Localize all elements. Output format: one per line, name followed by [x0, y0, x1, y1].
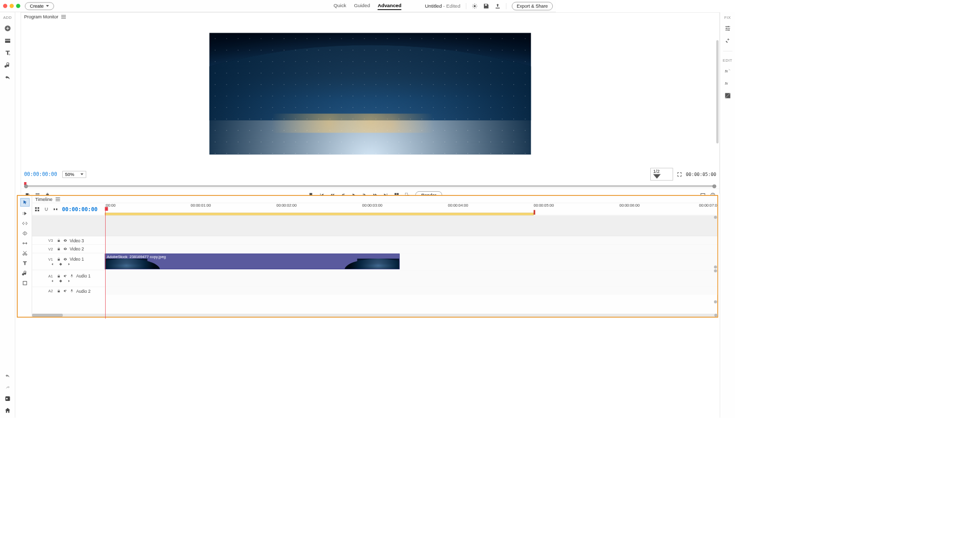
speaker-icon[interactable] [63, 274, 67, 278]
svg-rect-42 [38, 210, 39, 211]
left-sidebar-label: ADD [3, 15, 12, 19]
organizer-icon[interactable] [5, 396, 11, 402]
track-v3[interactable]: V3 Video 3 [32, 236, 718, 245]
global-redo-icon[interactable] [5, 384, 11, 390]
fullscreen-icon[interactable] [677, 171, 682, 177]
window-minimize[interactable] [10, 4, 14, 8]
add-media-icon[interactable] [4, 25, 11, 32]
create-button[interactable]: Create [25, 2, 54, 10]
timeline-timecode[interactable]: 00:00:00:00 [62, 206, 98, 212]
home-icon[interactable] [4, 407, 11, 414]
timeline-menu-icon[interactable] [35, 207, 40, 212]
hand-tool-icon[interactable] [21, 280, 29, 286]
linked-selection-icon[interactable] [53, 207, 59, 212]
mic-icon[interactable] [70, 274, 74, 278]
svg-rect-19 [37, 193, 38, 194]
lock-icon[interactable] [57, 257, 61, 261]
track-id: V1 [48, 257, 55, 261]
lock-icon[interactable] [57, 247, 61, 251]
next-keyframe-icon[interactable] [67, 262, 71, 266]
prev-keyframe-icon[interactable] [51, 262, 55, 266]
timeline-vscroll[interactable] [714, 216, 718, 313]
tab-guided[interactable]: Guided [354, 2, 370, 10]
monitor-zoom-handle-right[interactable] [713, 185, 717, 189]
panel-menu-icon[interactable] [61, 15, 66, 19]
export-share-button[interactable]: Export & Share [511, 2, 553, 10]
svg-point-6 [6, 398, 8, 399]
svg-rect-3 [5, 41, 10, 43]
timeline-hscroll[interactable] [32, 314, 718, 317]
fix-label: FIX [724, 15, 731, 19]
svg-rect-45 [58, 259, 60, 260]
track-v2[interactable]: V2 Video 2 [32, 244, 718, 253]
track-a1[interactable]: A1 Audio 1 [32, 270, 718, 287]
lock-icon[interactable] [57, 289, 61, 293]
project-assets-icon[interactable] [4, 37, 11, 44]
save-icon[interactable] [483, 3, 489, 9]
undo-icon[interactable] [4, 74, 11, 81]
timeline-clip[interactable]: AdobeStock_238169477 copy.jpeg [105, 254, 400, 269]
lock-icon[interactable] [57, 238, 61, 242]
type-tool-icon[interactable] [21, 260, 29, 266]
rate-stretch-tool-icon[interactable] [21, 240, 29, 246]
applied-effects-icon[interactable]: fx [724, 80, 731, 87]
playback-quality-select[interactable]: 1/2 [651, 168, 673, 181]
adjustments-icon[interactable] [724, 25, 731, 32]
track-id: V2 [48, 247, 55, 251]
eye-icon[interactable] [63, 238, 67, 242]
pen-tool-icon[interactable] [21, 270, 29, 276]
titles-icon[interactable] [4, 49, 11, 57]
add-keyframe-icon[interactable] [59, 279, 63, 283]
svg-rect-35 [23, 282, 27, 285]
speaker-icon[interactable] [63, 289, 67, 293]
effects-fx-icon[interactable]: fx [724, 68, 731, 75]
timeline-ruler[interactable]: :00:00 00:00:01:00 00:00:02:00 00:00:03:… [105, 203, 718, 215]
window-maximize[interactable] [16, 4, 20, 8]
track-v1[interactable]: V1 Video 1 AdobeStock_2 [32, 253, 718, 270]
selection-tool-icon[interactable] [20, 198, 29, 207]
prev-keyframe-icon[interactable] [51, 279, 55, 283]
svg-rect-44 [58, 248, 60, 250]
mic-icon[interactable] [70, 289, 74, 293]
chevron-down-icon [653, 174, 661, 179]
svg-point-7 [728, 26, 729, 27]
svg-rect-20 [38, 193, 39, 194]
lock-icon[interactable] [57, 274, 61, 278]
program-monitor-panel: Program Monitor 00:00:00:00 50% 1/2 [21, 12, 720, 194]
auto-fix-icon[interactable] [724, 37, 731, 44]
tab-advanced[interactable]: Advanced [378, 2, 402, 10]
ripple-edit-tool-icon[interactable] [21, 220, 29, 226]
monitor-vscroll[interactable] [716, 40, 719, 144]
monitor-canvas[interactable] [209, 33, 531, 155]
monitor-zoom-handle-left[interactable] [24, 185, 28, 189]
monitor-timecode[interactable]: 00:00:00:00 [24, 171, 57, 177]
brightness-icon[interactable] [472, 3, 478, 9]
next-keyframe-icon[interactable] [67, 279, 71, 283]
zoom-select[interactable]: 50% [62, 171, 86, 178]
track-id: A2 [48, 289, 55, 293]
eye-icon[interactable] [63, 257, 67, 261]
svg-rect-36 [56, 197, 60, 198]
global-undo-icon[interactable] [5, 373, 11, 379]
svg-text:fx: fx [725, 69, 728, 73]
razor-tool-icon[interactable] [21, 250, 29, 257]
window-close[interactable] [3, 4, 7, 8]
rolling-edit-tool-icon[interactable] [21, 231, 29, 237]
tab-quick[interactable]: Quick [334, 2, 347, 10]
track-a2[interactable]: A2 Audio 2 [32, 287, 718, 295]
snap-icon[interactable] [44, 207, 50, 212]
audio-icon[interactable] [4, 62, 11, 69]
timeline-playhead[interactable] [105, 207, 108, 211]
panel-menu-icon[interactable] [56, 197, 60, 201]
timeline-panel: Timeline 00:00:00:00 :00:00 00:00:01:00 … [17, 195, 718, 318]
monitor-title: Program Monitor [24, 14, 58, 20]
add-keyframe-icon[interactable] [59, 262, 63, 266]
upload-icon[interactable] [495, 3, 501, 9]
create-label: Create [30, 3, 44, 9]
eye-icon[interactable] [63, 247, 67, 251]
track-select-tool-icon[interactable] [21, 211, 29, 217]
color-icon[interactable] [724, 92, 731, 99]
ruler-tick: 00:00:03:00 [362, 203, 383, 207]
ruler-tick: 00:00:01:00 [191, 203, 211, 207]
monitor-scrubber[interactable] [24, 185, 716, 187]
